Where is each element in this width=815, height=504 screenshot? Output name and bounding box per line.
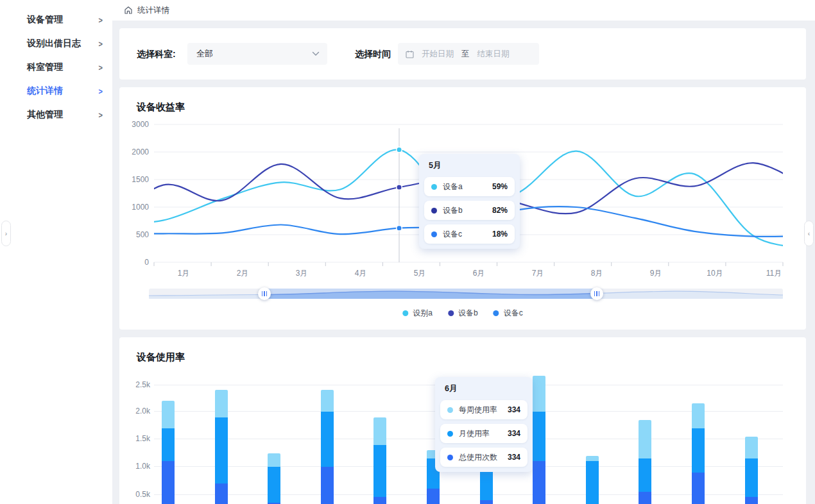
- tooltip-row-dot: [431, 208, 437, 214]
- bar-segment-月使用率[interactable]: [268, 467, 280, 503]
- chart-title-usage-rate: 设备使用率: [137, 351, 185, 364]
- grid-line: [154, 494, 783, 495]
- sidebar-item-label: 设别出借日志: [27, 38, 81, 49]
- bar-segment-总使用次数[interactable]: [427, 489, 440, 504]
- bar-segment-月使用率[interactable]: [321, 412, 334, 467]
- home-icon: [124, 6, 133, 15]
- department-select[interactable]: 全部: [187, 43, 327, 65]
- legend-dot: [493, 310, 499, 316]
- bar-segment-月使用率[interactable]: [692, 428, 705, 473]
- tooltip-row: 每周使用率334: [440, 400, 528, 419]
- breadcrumb-bar: 统计详情: [112, 0, 815, 21]
- bar-segment-月使用率[interactable]: [639, 458, 651, 492]
- app-root: { "sidebar": { "items": [ { "label": "设备…: [0, 0, 815, 504]
- series-point-设备b[interactable]: [397, 185, 402, 190]
- legend-item[interactable]: 设备b: [448, 308, 478, 319]
- bar-segment-每周使用率[interactable]: [215, 390, 228, 417]
- sidebar-item-statistics[interactable]: 统计详情 >: [0, 79, 112, 103]
- time-filter-label: 选择时间: [355, 43, 391, 65]
- bar-segment-总使用次数[interactable]: [480, 500, 493, 504]
- tooltip-row-value: 82%: [492, 206, 508, 215]
- start-date-input[interactable]: 开始日期: [422, 49, 454, 60]
- tooltip-row-dot: [447, 455, 453, 460]
- tooltip-row-value: 334: [508, 405, 520, 414]
- bar-segment-每周使用率[interactable]: [268, 453, 280, 467]
- tooltip-row-label: 设备a: [443, 181, 492, 192]
- brush-handle-right[interactable]: [590, 287, 603, 300]
- brush-minimap: [149, 289, 783, 299]
- tooltip-row: 设备c18%: [424, 224, 515, 244]
- sidebar-item-label: 设备管理: [27, 14, 63, 26]
- bar-segment-月使用率[interactable]: [162, 428, 175, 462]
- sidebar: 设备管理 > 设别出借日志 > 科室管理 > 统计详情 > 其他管理 >: [0, 0, 112, 504]
- y-axis-label: 1.5k: [119, 434, 150, 443]
- series-point-设备c[interactable]: [397, 225, 402, 231]
- bar-segment-月使用率[interactable]: [586, 461, 599, 504]
- bar-segment-每周使用率[interactable]: [162, 401, 175, 428]
- tooltip-row-label: 每周使用率: [459, 405, 508, 416]
- bar-segment-每周使用率[interactable]: [373, 417, 386, 445]
- legend-dot: [402, 310, 408, 316]
- sidebar-item-lend-log[interactable]: 设别出借日志 >: [0, 31, 112, 55]
- bar-segment-月使用率[interactable]: [373, 445, 386, 498]
- breadcrumb: 统计详情: [137, 5, 169, 16]
- chevron-right-icon: >: [99, 110, 103, 119]
- sidebar-item-other[interactable]: 其他管理 >: [0, 103, 112, 126]
- bar-segment-每周使用率[interactable]: [692, 403, 705, 428]
- bar-segment-每周使用率[interactable]: [586, 456, 599, 462]
- sidebar-item-department[interactable]: 科室管理 >: [0, 55, 112, 79]
- bar-segment-每周使用率[interactable]: [533, 376, 545, 412]
- bar-segment-月使用率[interactable]: [533, 412, 545, 461]
- bar-segment-总使用次数[interactable]: [745, 497, 758, 504]
- tooltip-row-value: 334: [508, 453, 520, 462]
- bar-segment-月使用率[interactable]: [215, 417, 228, 483]
- tooltip-row: 设备a59%: [424, 177, 515, 196]
- legend-dot: [448, 310, 454, 316]
- chevron-right-icon: >: [99, 87, 103, 96]
- bar-segment-每周使用率[interactable]: [639, 420, 651, 458]
- tooltip-row: 设备b82%: [424, 201, 515, 220]
- tooltip-row-label: 设备b: [443, 205, 492, 216]
- tooltip-row-label: 总使用次数: [459, 452, 508, 463]
- bar-segment-总使用次数[interactable]: [321, 467, 334, 504]
- chevron-right-icon: >: [99, 15, 103, 24]
- bar-segment-总使用次数[interactable]: [162, 461, 175, 504]
- filter-panel: 选择科室: 全部 选择时间 开始日期 至 结束日期: [119, 28, 806, 80]
- bar-segment-总使用次数[interactable]: [639, 492, 651, 504]
- datazoom-brush[interactable]: [149, 289, 783, 299]
- tooltip-row-dot: [431, 231, 437, 237]
- legend-item[interactable]: 设备c: [493, 308, 523, 319]
- bar-segment-总使用次数[interactable]: [692, 473, 705, 504]
- tooltip-title: 5月: [429, 160, 515, 171]
- y-axis-label: 0.5k: [119, 490, 150, 499]
- bar-chart-tooltip: 6月 每周使用率334月使用率334总使用次数334: [435, 377, 533, 472]
- chevron-right-icon: >: [99, 63, 103, 72]
- bar-segment-总使用次数[interactable]: [215, 483, 228, 504]
- end-date-input[interactable]: 结束日期: [477, 49, 510, 60]
- bar-segment-总使用次数[interactable]: [373, 497, 386, 504]
- sidebar-item-label: 其他管理: [27, 109, 63, 121]
- date-range-picker[interactable]: 开始日期 至 结束日期: [398, 43, 539, 65]
- line-chart-legend: 设别a设备b设备c: [402, 308, 522, 319]
- tooltip-row-dot: [431, 184, 437, 190]
- department-filter-label: 选择科室:: [137, 43, 176, 65]
- brush-handle-left[interactable]: [258, 287, 271, 300]
- bar-segment-每周使用率[interactable]: [321, 390, 334, 412]
- tooltip-row-dot: [447, 431, 453, 437]
- sidebar-item-device-management[interactable]: 设备管理 >: [0, 8, 112, 31]
- sidebar-item-label: 统计详情: [27, 85, 63, 97]
- tooltip-row-label: 设备c: [443, 229, 492, 240]
- bar-segment-月使用率[interactable]: [745, 458, 758, 497]
- bar-segment-总使用次数[interactable]: [533, 461, 545, 504]
- panel-collapse-toggle[interactable]: ‹: [804, 221, 814, 246]
- tooltip-row-value: 18%: [492, 230, 508, 239]
- legend-item[interactable]: 设别a: [402, 308, 433, 319]
- series-point-设备a[interactable]: [397, 147, 402, 153]
- line-chart-tooltip: 5月 设备a59%设备b82%设备c18%: [419, 154, 520, 249]
- revenue-rate-chart-card: 设备收益率 300020001500100050001月2月3月4月5月6月7月…: [119, 87, 806, 330]
- date-separator: 至: [461, 49, 470, 60]
- sidebar-expand-toggle[interactable]: ›: [1, 221, 11, 246]
- bar-segment-每周使用率[interactable]: [745, 437, 758, 458]
- chevron-left-icon: ‹: [808, 230, 810, 237]
- department-select-value: 全部: [196, 48, 312, 60]
